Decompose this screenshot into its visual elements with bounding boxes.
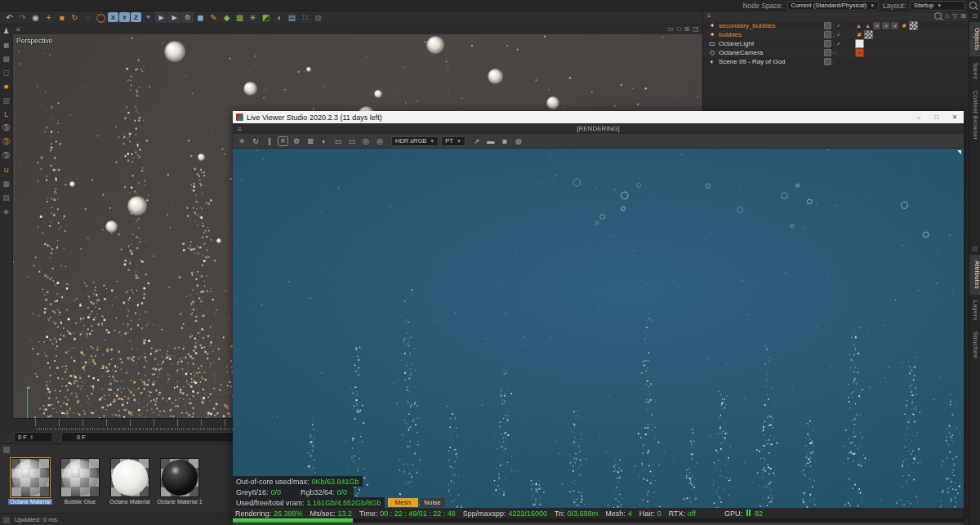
particle-tag-icon[interactable]: [900, 22, 907, 29]
tab-takes[interactable]: Takes: [972, 56, 979, 85]
disabled-tag-icon[interactable]: [882, 22, 889, 29]
y-axis-lock-icon[interactable]: Y: [119, 12, 130, 22]
texture-cube-icon[interactable]: ▩: [1, 53, 11, 64]
align-tag-icon[interactable]: [864, 22, 871, 29]
om-filter-icon[interactable]: ▽: [952, 12, 957, 20]
camera-tag-icon[interactable]: [855, 48, 864, 57]
particle-tag-icon[interactable]: [855, 31, 862, 38]
viewport-toggle2-icon[interactable]: □: [677, 25, 681, 33]
flat-cube-icon[interactable]: ▥: [1, 95, 11, 105]
current-frame-field[interactable]: 0 F ▲▼: [14, 432, 53, 443]
restart-render-icon[interactable]: ↻: [250, 136, 261, 146]
model-mode-icon[interactable]: ◻: [1, 67, 11, 78]
pick-material-icon[interactable]: ◎: [360, 136, 372, 146]
maximize-button[interactable]: □: [928, 113, 946, 121]
coordinate-system-icon[interactable]: ⌖: [142, 11, 154, 23]
mograph-matrix-icon[interactable]: ▦: [234, 11, 246, 23]
viewport-camera-label[interactable]: Perspective: [16, 37, 52, 45]
material-thumbnail[interactable]: [160, 458, 199, 497]
grid-plane-icon[interactable]: ▦: [1, 178, 11, 189]
noise-badge[interactable]: Noise: [420, 498, 444, 507]
last-tool-icon[interactable]: ◦: [82, 11, 94, 23]
z-axis-lock-icon[interactable]: Z: [131, 12, 141, 22]
rotate-ring-icon[interactable]: ◯: [95, 11, 107, 23]
render-settings-icon[interactable]: ⚙: [181, 11, 194, 23]
diamond-icon[interactable]: ◈: [1, 206, 11, 216]
scale-icon[interactable]: ■: [56, 11, 68, 23]
material-item[interactable]: Bubble Glue: [60, 458, 100, 505]
object-row-secondary-bubbles[interactable]: secondary_bubbles ✓: [703, 21, 969, 30]
subdiv-orange-icon[interactable]: Ⓢ: [1, 136, 11, 147]
object-row-octanecamera[interactable]: OctaneCamera ∷: [703, 48, 969, 57]
subframe-icon[interactable]: ▭: [346, 136, 358, 146]
save-buffer-icon[interactable]: ▬: [485, 136, 497, 146]
panel-box-icon[interactable]: ⊡: [973, 11, 978, 22]
clay-mode-icon[interactable]: ◐: [318, 136, 330, 146]
visibility-dots[interactable]: [833, 31, 835, 38]
move-icon[interactable]: +: [42, 11, 55, 23]
pause-render-icon[interactable]: ∥: [264, 136, 275, 146]
live-selection-icon[interactable]: ◉: [29, 11, 42, 23]
network-render-icon[interactable]: ◍: [513, 136, 524, 146]
enable-checkbox[interactable]: [824, 58, 831, 65]
tab-structure[interactable]: Structure: [972, 326, 979, 364]
lv-title-bar[interactable]: Live Viewer Studio 2020.2.3 (11 days lef…: [233, 111, 964, 123]
material-item[interactable]: Octane Material 1: [159, 458, 200, 505]
render-picture-viewer-icon[interactable]: ▶: [168, 11, 180, 23]
subdiv-grey-icon[interactable]: Ⓢ: [1, 122, 11, 133]
tab-attributes[interactable]: Attributes: [969, 255, 980, 295]
simulate-icon[interactable]: ∷: [299, 11, 311, 23]
pen-spline-icon[interactable]: ✎: [207, 11, 220, 23]
tab-objects[interactable]: Objects: [969, 22, 980, 56]
material-panel-icon[interactable]: [3, 447, 10, 453]
target-dots-icon[interactable]: ∷: [833, 50, 836, 56]
panel-box-icon[interactable]: ⊡: [973, 243, 978, 255]
enable-checkbox[interactable]: [824, 31, 831, 38]
disabled-tag-icon[interactable]: [873, 22, 880, 29]
mograph-cloner-icon[interactable]: ◆: [220, 11, 233, 23]
magnet-icon[interactable]: ∪: [1, 164, 11, 175]
search-icon[interactable]: [969, 2, 977, 9]
object-row-scene09[interactable]: Scene 09 - Ray of God: [703, 57, 969, 66]
mesh-badge[interactable]: Mesh: [388, 498, 419, 507]
tab-content-browser[interactable]: Content Browser: [972, 85, 979, 145]
region-render-icon[interactable]: R: [278, 136, 288, 146]
cube-mode-icon[interactable]: ◼: [1, 39, 11, 50]
rotate-icon[interactable]: ↻: [69, 11, 81, 23]
om-burger-icon[interactable]: ≡: [703, 12, 715, 20]
export-icon[interactable]: ↗: [471, 136, 483, 146]
viewport-burger-icon[interactable]: ≡: [12, 25, 24, 33]
material-tag-icon[interactable]: [864, 30, 873, 39]
state-check-icon[interactable]: ✓: [836, 32, 841, 38]
focus-picker-icon[interactable]: ✳: [236, 136, 247, 146]
aspect-ratio-icon[interactable]: ▭: [332, 136, 344, 146]
material-thumbnail[interactable]: [11, 458, 50, 497]
visibility-dots[interactable]: [833, 58, 835, 65]
undo-icon[interactable]: ↶: [3, 11, 16, 23]
color-space-select[interactable]: HDR sRGB▼: [391, 136, 439, 146]
close-button[interactable]: ✕: [946, 113, 964, 121]
om-panel-icon[interactable]: ⊞: [960, 12, 966, 20]
effector-icon[interactable]: ✳: [247, 11, 259, 23]
subdiv-white-icon[interactable]: Ⓢ: [1, 150, 11, 161]
material-item[interactable]: Octane Material: [10, 458, 51, 505]
lock-resolution-icon[interactable]: ⊠: [305, 136, 316, 146]
redo-icon[interactable]: ↷: [16, 11, 29, 23]
spline-L-icon[interactable]: L: [1, 109, 11, 119]
disabled-tag-icon[interactable]: [891, 22, 898, 29]
enable-checkbox[interactable]: [824, 40, 831, 47]
x-axis-lock-icon[interactable]: X: [108, 12, 118, 22]
om-search-icon[interactable]: [934, 12, 942, 20]
align-tag-icon[interactable]: [855, 22, 862, 29]
render-settings-icon[interactable]: ⚙: [291, 136, 302, 146]
field-icon[interactable]: ◖: [273, 11, 285, 23]
material-tag-icon[interactable]: [909, 21, 918, 30]
camera-snapshot-icon[interactable]: ◙: [499, 136, 510, 146]
state-check-icon[interactable]: ✓: [836, 41, 841, 47]
lv-burger-icon[interactable]: ≡: [233, 125, 247, 133]
deformer-icon[interactable]: ◩: [260, 11, 272, 23]
material-thumbnail[interactable]: [110, 458, 149, 497]
object-mode-icon[interactable]: ■: [1, 81, 11, 91]
volume-icon[interactable]: ▤: [286, 11, 298, 23]
pick-focus-icon[interactable]: ◎: [374, 136, 385, 146]
